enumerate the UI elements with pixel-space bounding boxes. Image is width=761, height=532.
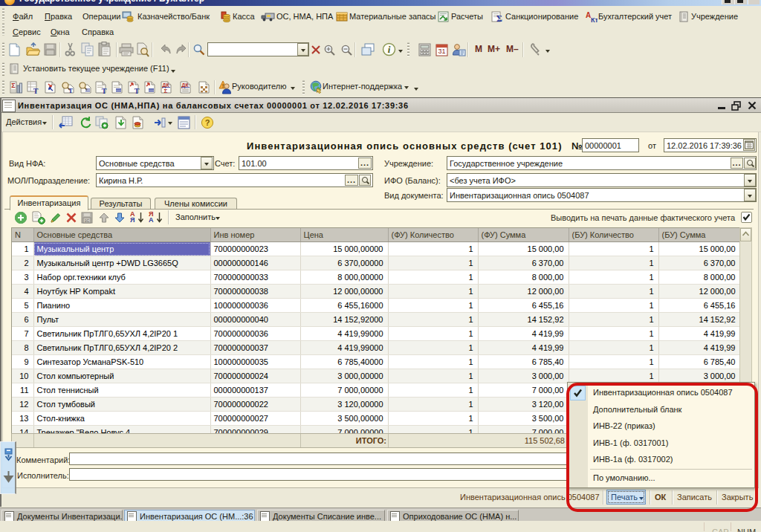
svg-text:Σ: Σ	[496, 13, 502, 22]
svg-text:Т: Т	[68, 87, 73, 94]
svg-text:Σ: Σ	[164, 88, 168, 94]
svg-text:Т: Т	[102, 87, 107, 94]
svg-text:1C: 1C	[85, 218, 90, 223]
svg-text:Σ: Σ	[11, 82, 16, 89]
svg-text:!: !	[222, 82, 224, 89]
svg-text:?: ?	[205, 118, 210, 127]
svg-text:31: 31	[438, 48, 445, 55]
svg-text:Т: Т	[135, 87, 140, 94]
svg-text:i: i	[388, 44, 391, 55]
svg-text:Т: Т	[33, 87, 39, 94]
svg-text:Кт: Кт	[591, 16, 598, 23]
